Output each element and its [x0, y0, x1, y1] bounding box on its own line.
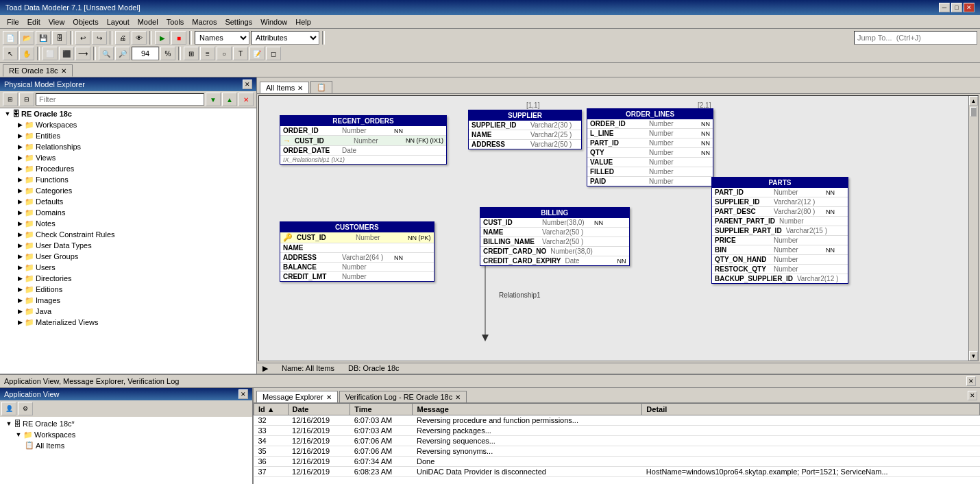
tree-node-java[interactable]: ▶ 📁 Java [0, 306, 256, 317]
table-row[interactable]: 33 12/16/2019 6:07:03 AM Reversing packa… [254, 426, 980, 436]
menu-tools[interactable]: Tools [162, 16, 188, 27]
shape-btn[interactable]: ◻ [266, 47, 281, 60]
table-billing[interactable]: BILLING CUST_ID Number(38,0) NN NAME Var… [480, 207, 630, 266]
zoom-out-btn[interactable]: 🔎 [115, 47, 130, 60]
run-btn[interactable]: ▶ [155, 31, 170, 45]
align-btn[interactable]: ≡ [200, 47, 215, 60]
table-recent-orders[interactable]: RECENT_ORDERS ORDER_ID Number NN → CUST_… [280, 115, 447, 165]
tree-options-btn[interactable]: ⊞ [3, 93, 18, 106]
tree-root[interactable]: ▼ 🗄 RE Oracle 18c [0, 108, 256, 119]
canvas[interactable]: [1,1] [2,1] Relationship1 RECENT_ORDERS … [258, 95, 979, 361]
tree-node-check-rules[interactable]: ▶ 📁 Check Constraint Rules [0, 229, 256, 240]
hand-btn[interactable]: ✋ [19, 47, 34, 60]
col-id[interactable]: Id ▲ [254, 404, 289, 415]
tree-node-functions[interactable]: ▶ 📁 Functions [0, 174, 256, 185]
tree-node-mat-views[interactable]: ▶ 📁 Materialized Views [0, 317, 256, 328]
tree-node-notes[interactable]: ▶ 📁 Notes [0, 218, 256, 229]
menu-macros[interactable]: Macros [188, 16, 221, 27]
undo-btn[interactable]: ↩ [75, 31, 90, 45]
table-supplier[interactable]: SUPPLIER SUPPLIER_ID Varchar2(30 ) NAME … [468, 110, 582, 149]
text-btn[interactable]: T [233, 47, 248, 60]
redo-btn[interactable]: ↪ [92, 31, 107, 45]
tree-node-images[interactable]: ▶ 📁 Images [0, 295, 256, 306]
select-btn[interactable]: ↖ [3, 47, 18, 60]
app-tree-root[interactable]: ▼ 🗄 RE Oracle 18c* [1, 418, 251, 429]
model-tab-close[interactable]: ✕ [61, 67, 66, 75]
filter-up-btn[interactable]: ▲ [222, 93, 237, 106]
menu-file[interactable]: File [3, 16, 23, 27]
zoom-pct-btn[interactable]: % [160, 47, 175, 60]
draw-view-btn[interactable]: ⬛ [59, 47, 74, 60]
canvas-tab-all-items[interactable]: All Items ✕ [260, 82, 309, 93]
tree-node-relationships[interactable]: ▶ 📁 Relationships [0, 141, 256, 152]
menu-objects[interactable]: Objects [69, 16, 102, 27]
tree-node-editions[interactable]: ▶ 📁 Editions [0, 284, 256, 295]
menu-window[interactable]: Window [256, 16, 291, 27]
app-tree-workspaces[interactable]: ▼ 📁 Workspaces [1, 429, 251, 440]
msg-tab-verification[interactable]: Verification Log - RE Oracle 18c ✕ [339, 391, 467, 402]
filter-clear-btn[interactable]: ✕ [238, 93, 254, 106]
msg-tab-explorer-close[interactable]: ✕ [326, 394, 332, 401]
tree-node-procedures[interactable]: ▶ 📁 Procedures [0, 163, 256, 174]
left-panel-close[interactable]: ✕ [243, 80, 252, 89]
table-order-lines[interactable]: ORDER_LINES ORDER_ID Number NN L_LINE Nu… [587, 108, 713, 186]
table-row[interactable]: 34 12/16/2019 6:07:06 AM Reversing seque… [254, 436, 980, 446]
canvas-scrollbar-v[interactable]: ▲ ▼ [968, 96, 978, 361]
col-time[interactable]: Time [350, 404, 413, 415]
app-tree-all-items[interactable]: 📋 All Items [1, 440, 251, 450]
col-message[interactable]: Message [413, 404, 642, 415]
menu-model[interactable]: Model [134, 16, 162, 27]
table-parts[interactable]: PARTS PART_ID Number NN SUPPLIER_ID Varc… [711, 177, 848, 284]
tree-node-user-groups[interactable]: ▶ 📁 User Groups [0, 251, 256, 262]
canvas-tab-all-items-close[interactable]: ✕ [297, 84, 303, 92]
tree-node-entities[interactable]: ▶ 📁 Entities [0, 130, 256, 141]
msg-tab-explorer[interactable]: Message Explorer ✕ [256, 391, 338, 402]
tree-node-views[interactable]: ▶ 📁 Views [0, 152, 256, 163]
draw-table-btn[interactable]: ⬜ [42, 47, 58, 60]
circle-btn[interactable]: ○ [217, 47, 232, 60]
note-btn[interactable]: 📝 [249, 47, 265, 60]
scroll-thumb[interactable] [970, 107, 977, 117]
app-view-close[interactable]: ✕ [238, 389, 248, 399]
menu-help[interactable]: Help [291, 16, 315, 27]
save-all-btn[interactable]: 🗄 [52, 31, 67, 45]
zoom-input[interactable] [132, 47, 159, 60]
tree-root-expander[interactable]: ▼ [3, 109, 12, 119]
menu-settings[interactable]: Settings [221, 16, 256, 27]
names-dropdown[interactable]: Names [195, 31, 249, 45]
save-btn[interactable]: 💾 [36, 31, 51, 45]
message-area-close[interactable]: ✕ [968, 391, 977, 400]
open-btn[interactable]: 📂 [19, 31, 34, 45]
message-table[interactable]: Id ▲ Date Time Message Detail 32 12/16/2… [254, 403, 980, 484]
filter-down-btn[interactable]: ▼ [206, 93, 221, 106]
tree-node-workspaces[interactable]: ▶ 📁 Workspaces [0, 119, 256, 130]
msg-tab-verification-close[interactable]: ✕ [455, 394, 461, 401]
scroll-down-btn[interactable]: ▼ [969, 351, 978, 361]
canvas-tab-add[interactable]: 📋 [310, 81, 332, 93]
col-date[interactable]: Date [288, 404, 350, 415]
bottom-area-close[interactable]: ✕ [966, 376, 976, 386]
table-row[interactable]: 35 12/16/2019 6:07:06 AM Reversing synon… [254, 446, 980, 457]
filter-input[interactable] [36, 93, 204, 106]
print-preview-btn[interactable]: 👁 [132, 31, 147, 45]
model-tab[interactable]: RE Oracle 18c ✕ [3, 64, 73, 77]
scroll-up-btn[interactable]: ▲ [969, 96, 978, 106]
table-row[interactable]: 36 12/16/2019 6:07:34 AM Done [254, 457, 980, 467]
jump-to-input[interactable] [854, 31, 977, 45]
maximize-button[interactable]: □ [951, 3, 962, 12]
zoom-in-btn[interactable]: 🔍 [99, 47, 114, 60]
app-view-icon1[interactable]: 👤 [1, 402, 16, 415]
close-button[interactable]: ✕ [964, 3, 975, 12]
tree-node-users[interactable]: ▶ 📁 Users [0, 262, 256, 273]
minimize-button[interactable]: ─ [939, 3, 950, 12]
menu-view[interactable]: View [45, 16, 69, 27]
app-view-icon2[interactable]: ⚙ [18, 402, 33, 415]
fit-page-btn[interactable]: ⊞ [184, 47, 199, 60]
tree-node-user-datatypes[interactable]: ▶ 📁 User Data Types [0, 240, 256, 251]
tree-node-categories[interactable]: ▶ 📁 Categories [0, 185, 256, 196]
col-detail[interactable]: Detail [642, 404, 980, 415]
tree-expand-btn[interactable]: ⊟ [19, 93, 34, 106]
new-btn[interactable]: 📄 [3, 31, 18, 45]
draw-rel-btn[interactable]: ⟶ [75, 47, 90, 60]
table-customers[interactable]: CUSTOMERS 🔑 CUST_ID Number NN (PK) NAME … [280, 221, 434, 282]
